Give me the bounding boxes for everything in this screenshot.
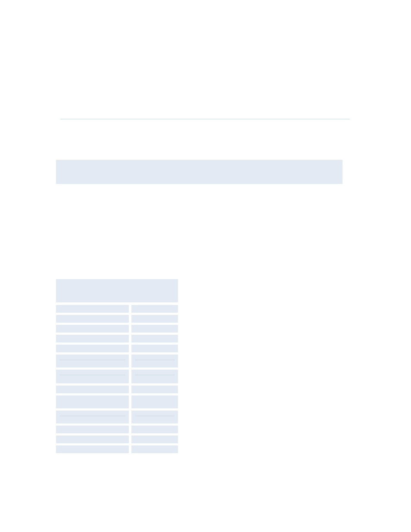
table-cell-right <box>131 315 178 323</box>
table-cell-right <box>131 436 178 443</box>
table-cell-left <box>56 395 129 408</box>
table-cell-left <box>56 386 129 393</box>
table-cell-left <box>56 305 129 313</box>
table-cell-left <box>56 411 129 423</box>
data-table <box>56 279 178 455</box>
table-row <box>56 445 178 453</box>
table-cell-right <box>131 335 178 342</box>
table-cell-right <box>131 345 178 352</box>
table-row <box>56 411 178 423</box>
table-cell-left <box>56 325 129 333</box>
table-header <box>56 279 178 302</box>
table-cell-right <box>131 445 178 453</box>
table-cell-right <box>131 411 178 423</box>
table-row <box>56 386 178 393</box>
table-cell-left <box>56 436 129 443</box>
table-cell-right <box>131 355 178 367</box>
table-cell-left <box>56 345 129 352</box>
table-row <box>56 325 178 333</box>
table-row <box>56 315 178 323</box>
table-cell-left <box>56 370 129 383</box>
table-row <box>56 426 178 433</box>
table-cell-left <box>56 335 129 342</box>
table-row <box>56 395 178 408</box>
table-row <box>56 305 178 313</box>
table-cell-left <box>56 315 129 323</box>
table-row <box>56 370 178 383</box>
horizontal-rule <box>60 119 350 119</box>
table-cell-right <box>131 426 178 433</box>
table-cell-right <box>131 370 178 383</box>
table-cell-right <box>131 305 178 313</box>
table-row <box>56 436 178 443</box>
table-cell-right <box>131 386 178 393</box>
highlight-bar <box>56 160 342 184</box>
table-cell-right <box>131 325 178 333</box>
table-cell-left <box>56 445 129 453</box>
table-cell-right <box>131 395 178 408</box>
table-row <box>56 355 178 367</box>
table-row <box>56 345 178 352</box>
table-row <box>56 335 178 342</box>
table-cell-left <box>56 355 129 367</box>
table-cell-left <box>56 426 129 433</box>
